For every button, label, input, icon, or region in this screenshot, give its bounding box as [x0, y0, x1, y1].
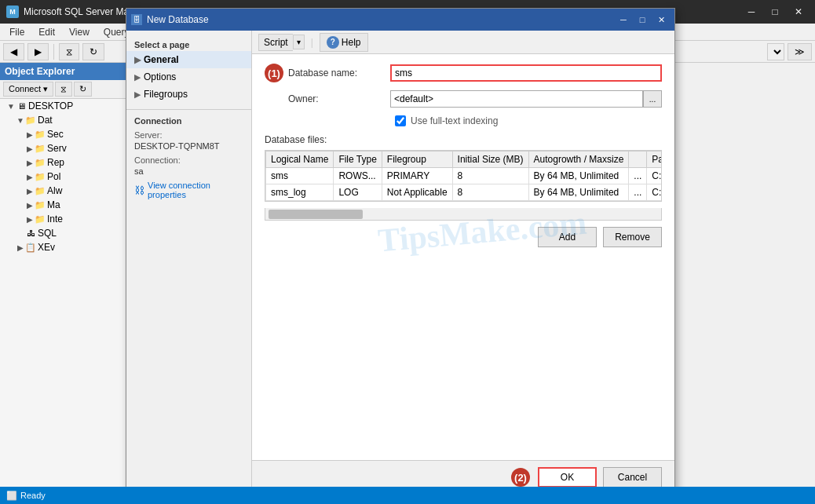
sidebar-page-filegroups[interactable]: ▶ Filegroups: [126, 86, 251, 103]
policies-icon: 📁: [35, 171, 46, 182]
cell-autogrowth-2[interactable]: By 64 MB, Unlimited: [528, 184, 629, 201]
db-files-label: Database files:: [265, 134, 662, 145]
cell-file-type-1[interactable]: ROWS...: [334, 168, 382, 184]
expand-security[interactable]: ▶: [25, 130, 35, 139]
connection-section: Connection Server: DESKTOP-TQPNM8T Conne…: [126, 109, 251, 206]
toolbar-filter-button[interactable]: ⧖: [59, 43, 79, 60]
expand-replication[interactable]: ▶: [25, 158, 35, 167]
tree-item-xevent[interactable]: ▶ 📋 XEv: [0, 240, 127, 254]
ok-button[interactable]: OK: [538, 467, 597, 488]
cell-logical-name-1[interactable]: sms: [266, 168, 334, 184]
oe-filter-button[interactable]: ⧖: [55, 82, 72, 97]
tree-item-sql[interactable]: 🖧 SQL: [0, 226, 127, 240]
expand-sql[interactable]: [16, 228, 25, 238]
toolbar-more-button[interactable]: ≫: [788, 43, 812, 60]
connect-button[interactable]: Connect ▾: [3, 82, 53, 97]
expand-integration[interactable]: ▶: [25, 214, 35, 224]
add-button[interactable]: Add: [538, 227, 597, 247]
db-selector[interactable]: [767, 43, 784, 60]
table-row: sms_log LOG Not Applicable 8 By 64 MB, U…: [266, 184, 663, 201]
expand-databases[interactable]: ▼: [16, 115, 25, 125]
view-connection-link[interactable]: ⛓ View connection properties: [134, 181, 243, 199]
expand-xevent[interactable]: ▶: [16, 243, 25, 252]
connection-value: sa: [134, 166, 243, 176]
cell-size-1[interactable]: 8: [452, 168, 528, 184]
remove-button[interactable]: Remove: [603, 227, 662, 247]
tree-item-security[interactable]: ▶ 📁 Sec: [0, 127, 127, 141]
tree-item-policies[interactable]: ▶ 📁 Pol: [0, 170, 127, 184]
ssms-maximize-button[interactable]: □: [765, 4, 785, 20]
sidebar-page-general[interactable]: ▶ General: [126, 51, 251, 68]
menu-file[interactable]: File: [3, 25, 31, 39]
object-explorer-toolbar: Connect ▾ ⧖ ↻: [0, 80, 127, 99]
horizontal-scrollbar[interactable]: [265, 208, 662, 221]
integration-icon: 📁: [35, 214, 46, 225]
help-button[interactable]: ? Help: [320, 33, 368, 52]
tree-item-databases[interactable]: ▼ 📁 Dat: [0, 113, 127, 127]
modal-titlebar-controls: ─ □ ✕: [615, 13, 670, 27]
table-row: sms ROWS... PRIMARY 8 By 64 MB, Unlimite…: [266, 168, 663, 184]
cancel-button[interactable]: Cancel: [603, 467, 662, 488]
step1-badge: (1): [265, 64, 283, 82]
connection-title: Connection: [134, 116, 243, 126]
cell-filegroup-2[interactable]: Not Applicable: [382, 184, 452, 201]
script-arrow-button[interactable]: ▾: [293, 35, 305, 49]
fulltext-label: Use full-text indexing: [411, 115, 498, 126]
oe-refresh-button[interactable]: ↻: [74, 82, 92, 97]
cell-size-2[interactable]: 8: [452, 184, 528, 201]
menu-view[interactable]: View: [63, 25, 96, 39]
fulltext-checkbox[interactable]: [395, 115, 406, 126]
col-logical-name: Logical Name: [266, 152, 334, 168]
modal-right-content: Script ▾ | ? Help (1) Database name: doc…: [252, 31, 674, 494]
sidebar-page-options[interactable]: ▶ Options: [126, 68, 251, 86]
col-path: Pa: [647, 152, 662, 168]
toolbar-refresh-button[interactable]: ↻: [82, 43, 104, 60]
cell-autogrowth-1[interactable]: By 64 MB, Unlimited: [528, 168, 629, 184]
server-icon: 🖥: [16, 100, 27, 111]
expand-policies[interactable]: ▶: [25, 172, 35, 181]
col-initial-size: Initial Size (MB): [452, 152, 528, 168]
ssms-minimize-button[interactable]: ─: [741, 4, 762, 20]
ssms-close-button[interactable]: ✕: [788, 4, 809, 20]
modal-close-button[interactable]: ✕: [652, 13, 670, 27]
cell-more-2[interactable]: ...: [629, 184, 647, 201]
sql-icon: 🖧: [25, 228, 36, 239]
owner-browse-button[interactable]: ...: [643, 90, 662, 108]
cell-file-type-2[interactable]: LOG: [334, 184, 382, 201]
script-button[interactable]: Script: [258, 34, 293, 51]
expand-alwayson[interactable]: ▶: [25, 186, 35, 195]
modal-sidebar: Select a page ▶ General ▶ Options ▶ File…: [126, 31, 252, 494]
menu-edit[interactable]: Edit: [32, 25, 61, 39]
server-objects-icon: 📁: [35, 143, 46, 154]
tree-item-alwayson[interactable]: ▶ 📁 Alw: [0, 184, 127, 198]
xevent-icon: 📋: [25, 242, 36, 253]
owner-input[interactable]: [390, 90, 643, 108]
expand-desktop[interactable]: ▼: [6, 101, 16, 111]
server-label: Server:: [134, 130, 243, 140]
db-files-table-container[interactable]: Logical Name File Type Filegroup Initial…: [265, 150, 662, 202]
cell-more-1[interactable]: ...: [629, 168, 647, 184]
cell-filegroup-1[interactable]: PRIMARY: [382, 168, 452, 184]
cell-logical-name-2[interactable]: sms_log: [266, 184, 334, 201]
modal-minimize-button[interactable]: ─: [615, 13, 632, 27]
tree-item-management[interactable]: ▶ 📁 Ma: [0, 198, 127, 212]
toolbar-back-button[interactable]: ◀: [3, 43, 24, 60]
connection-link-icon: ⛓: [134, 184, 144, 196]
ssms-app-icon: M: [6, 5, 19, 18]
tree-item-desktop[interactable]: ▼ 🖥 DESKTOP: [0, 99, 127, 113]
security-icon: 📁: [35, 129, 46, 140]
expand-server[interactable]: ▶: [25, 144, 35, 153]
step2-badge: (2): [511, 468, 530, 487]
tree-item-replication[interactable]: ▶ 📁 Rep: [0, 155, 127, 170]
tree-item-server-objects[interactable]: ▶ 📁 Serv: [0, 141, 127, 155]
modal-title: New Database: [147, 14, 209, 25]
expand-management[interactable]: ▶: [25, 200, 35, 210]
connection-label: Connection:: [134, 155, 243, 165]
toolbar-forward-button[interactable]: ▶: [27, 43, 49, 60]
cell-path-2: C:: [647, 184, 662, 201]
modal-titlebar-left: 🗄 New Database: [131, 14, 209, 25]
tree-item-integration[interactable]: ▶ 📁 Inte: [0, 212, 127, 226]
general-page-icon: ▶: [134, 55, 141, 65]
db-name-input[interactable]: [390, 64, 662, 82]
modal-maximize-button[interactable]: □: [634, 13, 651, 27]
